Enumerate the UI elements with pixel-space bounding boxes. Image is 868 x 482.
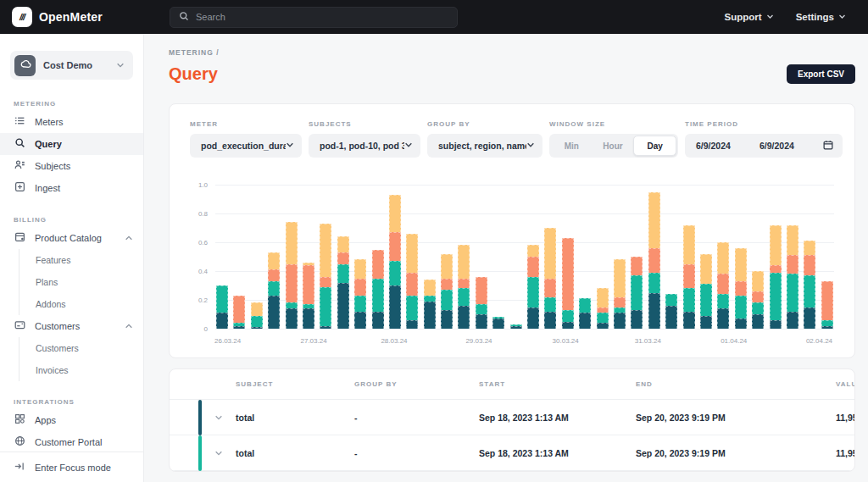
stacked-bar bbox=[614, 259, 626, 329]
segment-teal bbox=[770, 273, 782, 320]
meter-label: METER bbox=[190, 120, 302, 128]
cell-end: Sep 20, 2023 9:19 PM bbox=[636, 413, 836, 423]
stacked-bar bbox=[476, 277, 487, 329]
segment-salmon bbox=[337, 252, 349, 264]
segment-salmon bbox=[787, 255, 798, 274]
global-search-input[interactable]: Search bbox=[170, 7, 458, 28]
subjects-select[interactable]: pod-1, pod-10, pod 31 bbox=[309, 134, 420, 158]
enter-focus-mode-button[interactable]: Enter Focus mode bbox=[0, 452, 143, 482]
expand-row-button[interactable] bbox=[202, 449, 236, 457]
sidebar-subitem-addons[interactable]: Addons bbox=[19, 293, 143, 315]
settings-menu[interactable]: Settings bbox=[796, 12, 846, 22]
sidebar-item-meters[interactable]: Meters bbox=[0, 111, 143, 133]
sidebar-subitem-plans[interactable]: Plans bbox=[19, 271, 143, 293]
column-header-group-by: GROUP BY bbox=[354, 380, 479, 388]
segment-amber bbox=[614, 259, 626, 296]
sidebar-subitem-features[interactable]: Features bbox=[19, 249, 143, 271]
segment-navy bbox=[510, 326, 522, 329]
segment-amber bbox=[354, 259, 366, 278]
support-menu[interactable]: Support bbox=[725, 12, 774, 22]
segment-teal bbox=[717, 294, 729, 308]
segment-amber bbox=[527, 245, 539, 257]
window-size-label: WINDOW SIZE bbox=[549, 120, 678, 128]
segment-navy bbox=[562, 322, 574, 330]
sidebar-item-customer-portal[interactable]: Customer Portal bbox=[0, 431, 143, 453]
sidebar-item-label: Subjects bbox=[35, 161, 133, 171]
stacked-bar-chart: 1.00.80.60.40.20 26.03.2427.03.2428.03.2… bbox=[190, 175, 834, 339]
stacked-bar bbox=[579, 298, 591, 329]
segment-navy bbox=[614, 313, 626, 329]
window-size-option-day[interactable]: Day bbox=[633, 136, 676, 156]
sidebar-item-subjects[interactable]: Subjects bbox=[0, 155, 143, 177]
breadcrumb: METERING / bbox=[169, 48, 855, 57]
window-size-option-min[interactable]: Min bbox=[551, 136, 593, 156]
sidebar-nav: METERINGMetersQuerySubjectsIngestBILLING… bbox=[0, 80, 143, 475]
chevron-down-icon bbox=[838, 12, 846, 22]
segment-salmon bbox=[752, 291, 764, 303]
sidebar-item-customers[interactable]: Customers bbox=[0, 315, 143, 337]
export-csv-button[interactable]: Export CSV bbox=[787, 64, 855, 84]
cell-end: Sep 20, 2023 9:19 PM bbox=[636, 448, 836, 458]
y-axis-tick-label: 0.8 bbox=[198, 210, 208, 218]
segment-navy bbox=[286, 308, 298, 329]
segment-teal bbox=[527, 277, 539, 307]
sidebar-subitem-customers[interactable]: Customers bbox=[19, 337, 143, 359]
table-row[interactable]: total-Sep 18, 2023 1:13 AMSep 20, 2023 9… bbox=[170, 435, 854, 471]
calendar-icon[interactable] bbox=[823, 140, 833, 152]
segment-salmon bbox=[527, 257, 539, 277]
segment-teal bbox=[614, 307, 626, 313]
brand[interactable]: /// OpenMeter bbox=[0, 7, 158, 27]
segment-teal bbox=[337, 264, 349, 283]
segment-navy bbox=[770, 320, 782, 329]
stacked-bar bbox=[303, 263, 314, 329]
window-size-option-hour[interactable]: Hour bbox=[593, 136, 634, 156]
segment-teal bbox=[544, 297, 556, 312]
date-start[interactable]: 6/9/2024 bbox=[696, 141, 755, 151]
segment-salmon bbox=[735, 281, 747, 296]
section-label-metering: METERING bbox=[14, 100, 143, 108]
segment-teal bbox=[579, 298, 591, 313]
sidebar-subitem-invoices[interactable]: Invoices bbox=[19, 359, 143, 381]
segment-amber bbox=[389, 195, 401, 232]
sidebar-item-apps[interactable]: Apps bbox=[0, 409, 143, 431]
x-axis-tick-label: 28.03.24 bbox=[381, 337, 407, 345]
expand-row-button[interactable] bbox=[202, 413, 236, 422]
sidebar-item-product-catalog[interactable]: Product Catalog bbox=[0, 227, 143, 249]
meter-select[interactable]: pod_execution_duration bbox=[190, 134, 302, 158]
segment-salmon bbox=[320, 277, 331, 287]
stacked-bar bbox=[597, 288, 609, 329]
date-end[interactable]: 6/9/2024 bbox=[760, 141, 819, 151]
segment-teal bbox=[372, 279, 384, 312]
stacked-bar bbox=[389, 195, 401, 329]
segment-amber bbox=[544, 228, 556, 279]
stacked-bar bbox=[683, 225, 695, 329]
stacked-bar bbox=[648, 192, 660, 329]
stacked-bar bbox=[700, 254, 712, 329]
stacked-bar bbox=[527, 245, 539, 329]
segment-teal bbox=[665, 294, 677, 306]
cell-value: 11,951 bbox=[836, 448, 855, 458]
chevron-up-icon bbox=[125, 230, 133, 246]
segment-teal bbox=[700, 284, 712, 315]
stacked-bar bbox=[787, 225, 798, 329]
segment-amber bbox=[268, 252, 280, 269]
section-label-integrations: INTEGRATIONS bbox=[14, 398, 143, 406]
segment-amber bbox=[787, 225, 798, 256]
time-period-picker[interactable]: 6/9/2024 6/9/2024 bbox=[685, 134, 843, 158]
group-by-select[interactable]: subject, region, namespace, lo bbox=[427, 134, 542, 158]
table-row[interactable]: total-Sep 18, 2023 1:13 AMSep 20, 2023 9… bbox=[170, 400, 854, 435]
chevron-down-icon bbox=[526, 141, 535, 151]
segment-salmon bbox=[233, 296, 245, 323]
sidebar-item-query[interactable]: Query bbox=[0, 133, 143, 155]
segment-navy bbox=[476, 314, 487, 329]
segment-teal bbox=[631, 275, 643, 310]
segment-amber bbox=[700, 254, 712, 285]
stacked-bar bbox=[406, 234, 418, 329]
org-selector[interactable]: Cost Demo bbox=[10, 51, 133, 80]
column-header-value: VALUE bbox=[836, 380, 855, 388]
openmeter-logo-icon: /// bbox=[12, 7, 32, 27]
stacked-bar bbox=[735, 248, 747, 329]
sidebar-item-ingest[interactable]: Ingest bbox=[0, 177, 143, 199]
column-header-end: END bbox=[636, 380, 836, 388]
segment-amber bbox=[735, 248, 747, 281]
